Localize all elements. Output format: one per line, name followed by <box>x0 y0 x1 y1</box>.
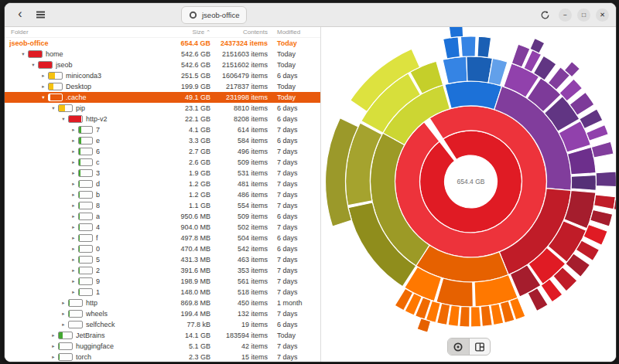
refresh-button[interactable] <box>536 6 553 23</box>
size-cell: 199.4 MB <box>169 310 210 318</box>
tree-row[interactable]: ▸Desktop199.9 GB217837 itemsToday <box>5 81 320 92</box>
tree-row[interactable]: ▸9198.9 MB561 items7 days <box>5 276 320 287</box>
tree-row[interactable]: ▾pip23.1 GB8810 items6 days <box>5 103 320 114</box>
expander-open-icon[interactable]: ▾ <box>29 63 37 68</box>
tree-row[interactable]: ▾home542.6 GB2151603 itemsToday <box>5 49 320 60</box>
expander-closed-icon[interactable]: ▸ <box>60 322 67 328</box>
tree-row[interactable]: ▸selfcheck77.8 kB19 items6 days <box>5 319 320 330</box>
tree-row[interactable]: ▸5431.3 MB463 items7 days <box>5 254 320 265</box>
expander-closed-icon[interactable]: ▸ <box>70 192 77 198</box>
tree-row[interactable]: ▸JetBrains14.1 GB183594 itemsToday <box>5 330 320 341</box>
tree-row[interactable]: ▸74.1 GB614 items7 days <box>5 124 320 135</box>
menu-button[interactable] <box>32 6 49 23</box>
chart-segment[interactable] <box>471 307 481 327</box>
minimize-button[interactable]: − <box>559 9 572 22</box>
chart-segment[interactable] <box>443 56 467 83</box>
usage-bar-icon <box>38 61 53 69</box>
expander-closed-icon[interactable]: ▸ <box>70 268 77 274</box>
chart-segment[interactable] <box>445 81 502 110</box>
expander-closed-icon[interactable]: ▸ <box>70 149 77 155</box>
chart-segment[interactable] <box>460 36 476 56</box>
expander-closed-icon[interactable]: ▸ <box>70 128 77 133</box>
column-header-modified[interactable]: Modified <box>271 29 320 36</box>
tree-row[interactable]: ▸31.9 GB531 items7 days <box>5 168 320 179</box>
tree-row[interactable]: ▸miniconda3251.5 GB1606479 items6 days <box>5 70 320 81</box>
treemap-chart-button[interactable] <box>469 338 490 355</box>
chart-segment[interactable] <box>587 125 609 141</box>
expander-open-icon[interactable]: ▾ <box>60 117 67 122</box>
tree-row[interactable]: ▸2391.6 MB353 items7 days <box>5 265 320 276</box>
expander-closed-icon[interactable]: ▸ <box>70 225 77 230</box>
folder-name-cell: ▸huggingface <box>5 342 169 350</box>
column-header-folder[interactable]: Folder <box>5 29 169 36</box>
contents-cell: 542 items <box>210 245 271 253</box>
expander-closed-icon[interactable]: ▸ <box>39 73 47 79</box>
tree-row[interactable]: ▸c2.6 GB509 items7 days <box>5 157 320 168</box>
expander-open-icon[interactable]: ▾ <box>50 106 57 111</box>
expander-closed-icon[interactable]: ▸ <box>70 182 77 187</box>
usage-bar-icon <box>78 126 93 134</box>
expander-closed-icon[interactable]: ▸ <box>70 214 77 219</box>
contents-cell: 2151603 items <box>210 50 271 58</box>
rings-chart-button[interactable] <box>448 338 469 355</box>
chart-segment[interactable] <box>443 37 460 59</box>
tree-row[interactable]: ▸4904.0 MB502 items7 days <box>5 222 320 233</box>
tree-row[interactable]: ▸1148.0 MB518 items7 days <box>5 287 320 298</box>
expander-closed-icon[interactable]: ▸ <box>70 279 77 284</box>
tree-row[interactable]: ▸a950.6 MB509 items6 days <box>5 211 320 222</box>
expander-open-icon[interactable]: ▾ <box>39 95 47 100</box>
expander-closed-icon[interactable]: ▸ <box>39 84 47 90</box>
expander-closed-icon[interactable]: ▸ <box>50 333 57 338</box>
modified-cell: 6 days <box>271 104 320 112</box>
expander-closed-icon[interactable]: ▸ <box>70 236 77 241</box>
chart-segment[interactable] <box>436 278 473 307</box>
folder-name-cell: ▸e <box>5 137 169 145</box>
tree-row[interactable]: ▾.cache49.1 GB231998 itemsToday <box>5 92 320 103</box>
tree-row[interactable]: ▾jseob542.6 GB2151602 itemsToday <box>5 60 320 70</box>
tree-row[interactable]: ▸http869.8 MB450 items1 month <box>5 298 320 308</box>
window-title-tab[interactable]: jseob-office <box>181 6 247 24</box>
tree-row[interactable]: ▸b1.2 GB486 items7 days <box>5 189 320 200</box>
tree-row[interactable]: ▸torch2.3 GB15 items7 days <box>5 352 320 362</box>
chart-segment[interactable] <box>583 224 607 245</box>
tree-row[interactable]: ▸e3.3 GB584 items6 days <box>5 135 320 146</box>
chart-segment[interactable] <box>449 27 463 38</box>
expander-closed-icon[interactable]: ▸ <box>60 301 67 306</box>
maximize-button[interactable]: □ <box>577 9 590 22</box>
tree-row[interactable]: ▸0470.4 MB542 items6 days <box>5 243 320 254</box>
chart-segment[interactable] <box>590 209 613 226</box>
modified-cell: 7 days <box>271 256 320 264</box>
tree-row[interactable]: ▸huggingface5.1 GB42 items7 days <box>5 341 320 352</box>
expander-closed-icon[interactable]: ▸ <box>70 171 77 176</box>
chart-segment[interactable] <box>417 318 431 332</box>
tree-row[interactable]: ▸d1.2 GB481 items7 days <box>5 179 320 189</box>
tree-row[interactable]: ▾http-v222.1 GB8208 items6 days <box>5 114 320 124</box>
chart-segment[interactable] <box>571 175 596 191</box>
chart-segment[interactable] <box>596 172 616 187</box>
expander-closed-icon[interactable]: ▸ <box>50 355 57 360</box>
expander-closed-icon[interactable]: ▸ <box>60 311 67 317</box>
tree-row[interactable]: ▸f497.8 MB504 items6 days <box>5 233 320 243</box>
expander-closed-icon[interactable]: ▸ <box>70 247 77 252</box>
column-header-contents[interactable]: Contents <box>210 29 271 36</box>
chart-segment[interactable] <box>594 195 616 209</box>
column-header-size[interactable]: Size⌃ <box>169 29 210 36</box>
close-button[interactable]: ✕ <box>596 9 609 22</box>
tree-row[interactable]: ▸62.7 GB496 items7 days <box>5 146 320 157</box>
folder-name: pip <box>76 104 85 112</box>
expander-closed-icon[interactable]: ▸ <box>70 203 77 209</box>
tree-row[interactable]: jseob-office654.4 GB2437324 itemsToday <box>5 38 320 49</box>
expander-closed-icon[interactable]: ▸ <box>70 138 77 144</box>
size-cell: 869.8 MB <box>169 299 210 307</box>
expander-closed-icon[interactable]: ▸ <box>70 160 77 165</box>
back-button[interactable]: ‹ <box>12 6 29 23</box>
chart-segment[interactable] <box>477 36 491 57</box>
expander-open-icon[interactable]: ▾ <box>19 52 27 57</box>
chart-segment[interactable] <box>460 307 470 327</box>
tree-row[interactable]: ▸81.1 GB554 items7 days <box>5 200 320 211</box>
expander-closed-icon[interactable]: ▸ <box>50 344 57 349</box>
expander-closed-icon[interactable]: ▸ <box>70 290 77 295</box>
chart-segment[interactable] <box>591 141 614 158</box>
expander-closed-icon[interactable]: ▸ <box>70 257 77 263</box>
tree-row[interactable]: ▸wheels199.4 MB132 items7 days <box>5 308 320 319</box>
